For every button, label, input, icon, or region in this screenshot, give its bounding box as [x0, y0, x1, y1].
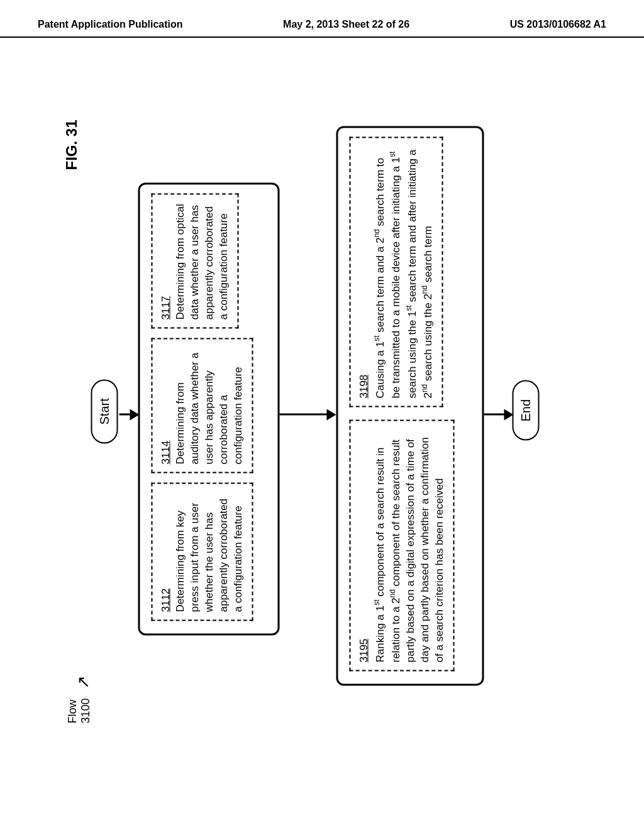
step-number: 3112 — [160, 589, 172, 612]
process-box-1: 3112 Determining from key press input fr… — [138, 183, 280, 636]
start-terminal: Start — [91, 379, 118, 443]
flow-label: Flow 3100 — [66, 698, 92, 723]
figure-label: FIG. 31 — [63, 120, 80, 170]
step-3114: 3114 Determining from auditory data whet… — [152, 338, 253, 473]
step-text: Determining from key press input from a … — [174, 499, 243, 612]
step-number: 3117 — [160, 296, 172, 320]
step-number: 3195 — [358, 639, 370, 663]
step-3112: 3112 Determining from key press input fr… — [152, 483, 253, 621]
step-text: Determining from optical data whether a … — [174, 204, 229, 319]
step-text: Causing a 1st search term and a 2nd sear… — [374, 150, 434, 399]
header-left: Patent Application Publication — [38, 19, 183, 30]
end-terminal: End — [513, 380, 540, 441]
arrow-head-icon — [327, 409, 336, 421]
diagram-container: Flow 3100 ↗ FIG. 31 Start 3112 Determini… — [53, 82, 591, 742]
page-header: Patent Application Publication May 2, 20… — [0, 0, 644, 38]
arrow-connector — [484, 414, 506, 416]
step-text: Determining from auditory data whether a… — [174, 353, 243, 465]
step-3198: 3198 Causing a 1st search term and a 2nd… — [350, 137, 443, 407]
process-box-2: 3195 Ranking a 1st component of a search… — [336, 126, 484, 686]
step-text: Ranking a 1st component of a search resu… — [374, 437, 445, 662]
step-3195: 3195 Ranking a 1st component of a search… — [350, 420, 455, 672]
flow-arrow-icon: ↗ — [74, 675, 93, 689]
step-number: 3114 — [160, 441, 172, 465]
step-number: 3198 — [358, 375, 370, 399]
step-3117: 3117 Determining from optical data wheth… — [152, 194, 239, 329]
header-right: US 2013/0106682 A1 — [510, 19, 606, 30]
flowchart: Flow 3100 ↗ FIG. 31 Start 3112 Determini… — [53, 82, 591, 743]
arrow-connector — [280, 414, 329, 416]
header-center: May 2, 2013 Sheet 22 of 26 — [283, 19, 409, 30]
